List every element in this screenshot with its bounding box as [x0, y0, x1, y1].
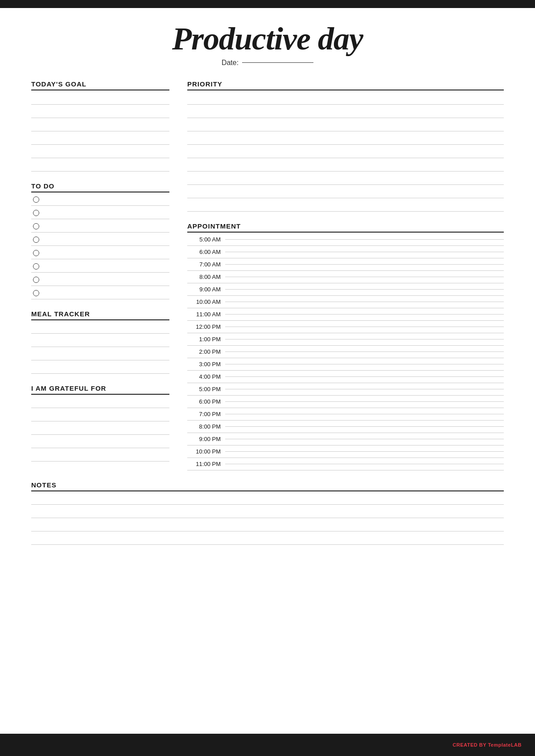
todo-item[interactable] [31, 260, 169, 273]
time-slot[interactable]: 10:00 PM [187, 445, 504, 458]
todo-checkbox[interactable] [33, 263, 39, 270]
time-slot[interactable]: 9:00 PM [187, 433, 504, 445]
grateful-line[interactable] [31, 396, 169, 408]
time-label: 2:00 PM [187, 348, 221, 355]
todo-checkbox[interactable] [33, 250, 39, 256]
time-line [225, 264, 504, 265]
grateful-line[interactable] [31, 436, 169, 448]
time-line [225, 239, 504, 240]
time-line [225, 314, 504, 315]
time-line [225, 289, 504, 290]
meal-line[interactable] [31, 348, 169, 360]
todo-title: TO DO [31, 182, 169, 192]
priority-line[interactable] [187, 132, 504, 145]
todo-checkbox[interactable] [33, 196, 39, 203]
priority-line[interactable] [187, 159, 504, 172]
time-slot[interactable]: 10:00 AM [187, 296, 504, 308]
time-line [225, 252, 504, 252]
todo-checkbox[interactable] [33, 223, 39, 229]
date-underline [242, 62, 313, 63]
notes-line[interactable] [31, 532, 504, 545]
grateful-line[interactable] [31, 449, 169, 462]
right-column: PRIORITY APPOINTMENT 5:00 AM [187, 80, 504, 472]
todo-section: TO DO [31, 182, 169, 299]
appointment-section: APPOINTMENT 5:00 AM 6:00 AM 7:00 AM 8:00… [187, 222, 504, 470]
notes-line[interactable] [31, 519, 504, 531]
time-label: 9:00 AM [187, 286, 221, 293]
meal-line[interactable] [31, 361, 169, 374]
time-slot[interactable]: 11:00 PM [187, 458, 504, 470]
page-title: Productive day [31, 21, 504, 57]
notes-title: NOTES [31, 481, 504, 491]
todo-checkbox[interactable] [33, 210, 39, 216]
time-slot[interactable]: 8:00 PM [187, 421, 504, 433]
goal-line[interactable] [31, 92, 169, 105]
time-slot[interactable]: 4:00 PM [187, 371, 504, 383]
todo-checkbox[interactable] [33, 277, 39, 283]
goal-line[interactable] [31, 132, 169, 145]
grateful-section: I AM GRATEFUL FOR [31, 384, 169, 462]
time-label: 5:00 AM [187, 236, 221, 243]
todays-goal-title: TODAY'S GOAL [31, 80, 169, 90]
time-slot[interactable]: 7:00 PM [187, 408, 504, 421]
grateful-line[interactable] [31, 409, 169, 421]
time-slot[interactable]: 7:00 AM [187, 258, 504, 271]
priority-line[interactable] [187, 92, 504, 105]
time-slot[interactable]: 5:00 PM [187, 383, 504, 396]
time-slot[interactable]: 11:00 AM [187, 308, 504, 321]
priority-line[interactable] [187, 199, 504, 212]
notes-line[interactable] [31, 506, 504, 518]
time-slot[interactable]: 12:00 PM [187, 321, 504, 333]
priority-lines [187, 92, 504, 212]
time-slot[interactable]: 6:00 PM [187, 396, 504, 408]
goal-line[interactable] [31, 106, 169, 118]
time-label: 11:00 PM [187, 461, 221, 467]
todo-item[interactable] [31, 287, 169, 299]
brand-text: CREATED BY TemplateLAB [453, 742, 522, 748]
meal-tracker-title: MEAL TRACKER [31, 310, 169, 320]
todo-item[interactable] [31, 207, 169, 219]
time-line [225, 339, 504, 339]
time-slot[interactable]: 6:00 AM [187, 246, 504, 258]
time-line [225, 277, 504, 277]
goal-line[interactable] [31, 146, 169, 158]
time-slot[interactable]: 1:00 PM [187, 333, 504, 346]
time-label: 5:00 PM [187, 386, 221, 392]
notes-section: NOTES [31, 481, 504, 545]
time-line [225, 439, 504, 439]
priority-line[interactable] [187, 146, 504, 158]
time-label: 10:00 AM [187, 298, 221, 305]
time-slot[interactable]: 2:00 PM [187, 346, 504, 358]
time-label: 4:00 PM [187, 373, 221, 380]
todo-item[interactable] [31, 233, 169, 246]
page-content: Productive day Date: TODAY'S GOAL [0, 8, 535, 580]
left-column: TODAY'S GOAL TO DO [31, 80, 169, 472]
time-slot[interactable]: 9:00 AM [187, 283, 504, 296]
time-line [225, 376, 504, 377]
meal-line[interactable] [31, 335, 169, 347]
todo-item[interactable] [31, 193, 169, 206]
todo-checkbox[interactable] [33, 290, 39, 296]
todo-checkbox[interactable] [33, 237, 39, 243]
brand-created: CREATED BY [453, 742, 488, 748]
time-slot[interactable]: 5:00 AM [187, 233, 504, 246]
meal-line[interactable] [31, 321, 169, 334]
time-label: 7:00 PM [187, 411, 221, 417]
time-label: 10:00 PM [187, 448, 221, 455]
time-slot[interactable]: 8:00 AM [187, 271, 504, 283]
todo-item[interactable] [31, 247, 169, 259]
grateful-line[interactable] [31, 422, 169, 435]
todo-item[interactable] [31, 274, 169, 286]
priority-line[interactable] [187, 106, 504, 118]
priority-line[interactable] [187, 119, 504, 131]
goal-line[interactable] [31, 119, 169, 131]
priority-line[interactable] [187, 172, 504, 185]
brand-highlight: LAB [511, 742, 522, 748]
time-line [225, 327, 504, 327]
priority-line[interactable] [187, 186, 504, 198]
time-slot[interactable]: 3:00 PM [187, 358, 504, 371]
notes-line[interactable] [31, 492, 504, 505]
todo-item[interactable] [31, 220, 169, 233]
time-label: 6:00 AM [187, 249, 221, 255]
goal-line[interactable] [31, 159, 169, 172]
